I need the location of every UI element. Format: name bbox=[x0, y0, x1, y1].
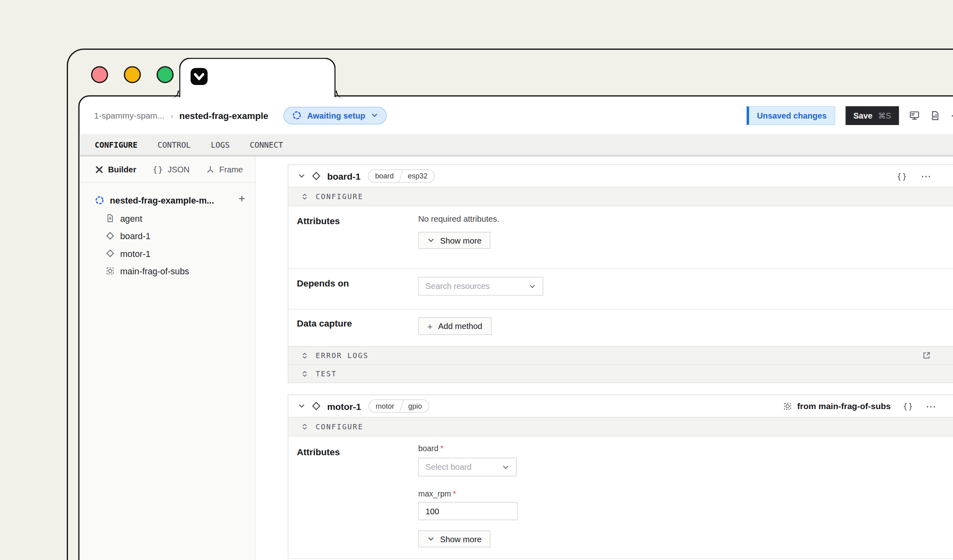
close-window-button[interactable] bbox=[91, 66, 108, 83]
builder-tools-icon bbox=[95, 165, 104, 174]
collapse-chevron-icon[interactable] bbox=[298, 172, 306, 180]
app-panel: 1-spammy-spam... › nested-frag-example A… bbox=[79, 95, 953, 560]
app-header: 1-spammy-spam... › nested-frag-example A… bbox=[80, 97, 953, 134]
show-more-button[interactable]: Show more bbox=[418, 232, 491, 249]
show-more-button[interactable]: Show more bbox=[418, 530, 491, 547]
mode-builder-label: Builder bbox=[108, 165, 136, 174]
type-tag: motor bbox=[369, 402, 401, 410]
test-section-bar[interactable]: TEST bbox=[289, 364, 953, 382]
frame-axes-icon bbox=[206, 165, 215, 174]
tree-root-machine[interactable]: nested-frag-example-m... + bbox=[80, 191, 255, 210]
test-label: TEST bbox=[316, 369, 337, 378]
attributes-row: Attributes No required attributes. Show … bbox=[289, 206, 953, 268]
search-resources-placeholder: Search resources bbox=[426, 282, 490, 291]
model-tag: esp32 bbox=[401, 172, 434, 180]
component-type-model-tag: board esp32 bbox=[368, 170, 435, 183]
attributes-label: Attributes bbox=[289, 437, 418, 559]
unfold-icon bbox=[301, 369, 309, 378]
attributes-content: No required attributes. Show more bbox=[418, 206, 499, 268]
board-field-label: board* bbox=[418, 444, 518, 453]
more-options-button[interactable]: ⋯ bbox=[951, 109, 953, 122]
tree-item-main-frag-of-subs[interactable]: main-frag-of-subs bbox=[80, 262, 255, 280]
tree-root-name: nested-frag-example-m... bbox=[110, 195, 214, 205]
no-required-attributes-text: No required attributes. bbox=[418, 214, 499, 224]
save-shortcut: ⌘S bbox=[878, 111, 891, 120]
tab-control[interactable]: CONTROL bbox=[157, 140, 191, 149]
configure-body: Builder {} JSON Frame bbox=[80, 157, 953, 560]
viam-logo-icon bbox=[191, 68, 208, 85]
component-diamond-icon bbox=[106, 249, 115, 258]
tree-item-label: board-1 bbox=[120, 231, 151, 241]
chevron-down-icon bbox=[427, 237, 435, 244]
tab-connect[interactable]: CONNECT bbox=[250, 140, 283, 149]
tree-item-agent[interactable]: agent bbox=[80, 210, 255, 227]
machine-status-badge[interactable]: Awaiting setup bbox=[283, 106, 386, 124]
required-asterisk: * bbox=[440, 444, 444, 453]
minimize-window-button[interactable] bbox=[124, 66, 141, 83]
resource-tree: nested-frag-example-m... + agent bbox=[80, 183, 255, 280]
machine-nav-tabs: CONFIGURE CONTROL LOGS CONNECT bbox=[80, 134, 953, 157]
error-logs-section-bar[interactable]: ERROR LOGS bbox=[289, 346, 953, 364]
breadcrumb-current: nested-frag-example bbox=[179, 110, 268, 121]
machine-monitor-icon[interactable] bbox=[909, 110, 920, 121]
open-external-icon[interactable] bbox=[922, 351, 932, 360]
maximize-window-button[interactable] bbox=[157, 66, 174, 83]
max-rpm-input[interactable] bbox=[418, 502, 518, 520]
awaiting-spinner-icon bbox=[292, 110, 301, 120]
configure-section-bar[interactable]: CONFIGURE bbox=[289, 187, 953, 206]
show-more-label: Show more bbox=[440, 535, 482, 544]
report-file-icon[interactable] bbox=[930, 110, 940, 121]
attributes-content: board* Select board max_rpm* bbox=[418, 437, 518, 559]
tree-item-label: motor-1 bbox=[120, 248, 151, 258]
select-board-dropdown[interactable]: Select board bbox=[418, 458, 517, 477]
collapse-chevron-icon[interactable] bbox=[298, 403, 306, 410]
save-button[interactable]: Save ⌘S bbox=[845, 106, 899, 125]
add-method-button[interactable]: + Add method bbox=[418, 318, 492, 335]
mode-builder[interactable]: Builder bbox=[95, 165, 136, 174]
motor-1-header: motor-1 motor gpio from main-frag-of-sub… bbox=[289, 395, 953, 417]
mode-frame-label: Frame bbox=[219, 165, 243, 174]
sidebar-mode-tabs: Builder {} JSON Frame bbox=[80, 157, 255, 183]
status-badge-label: Awaiting setup bbox=[307, 111, 365, 120]
browser-tab[interactable] bbox=[179, 58, 336, 98]
json-braces-icon: {} bbox=[153, 165, 163, 174]
json-braces-icon[interactable]: {} bbox=[897, 172, 907, 181]
tab-configure[interactable]: CONFIGURE bbox=[95, 140, 138, 149]
window-traffic-lights bbox=[91, 66, 174, 83]
fragment-icon bbox=[106, 267, 115, 276]
more-options-button[interactable]: ⋯ bbox=[926, 400, 938, 413]
board-1-header: board-1 board esp32 {} ⋯ bbox=[289, 165, 953, 187]
search-resources-select[interactable]: Search resources bbox=[418, 277, 543, 296]
data-capture-row: Data capture + Add method bbox=[289, 310, 953, 346]
tree-item-board-1[interactable]: board-1 bbox=[80, 227, 255, 245]
sidebar: Builder {} JSON Frame bbox=[80, 157, 256, 560]
add-method-label: Add method bbox=[438, 322, 482, 331]
component-diamond-icon bbox=[106, 231, 115, 241]
mode-json[interactable]: {} JSON bbox=[153, 165, 189, 174]
save-label: Save bbox=[853, 111, 872, 120]
screenshot-stage: 1-spammy-spam... › nested-frag-example A… bbox=[0, 0, 953, 560]
show-more-label: Show more bbox=[440, 236, 482, 245]
row-divider bbox=[289, 558, 953, 559]
type-tag: board bbox=[369, 172, 401, 180]
unfold-icon bbox=[301, 422, 309, 431]
configure-section-bar[interactable]: CONFIGURE bbox=[289, 417, 953, 437]
tree-item-motor-1[interactable]: motor-1 bbox=[80, 245, 255, 263]
mode-json-label: JSON bbox=[168, 165, 189, 174]
component-diamond-icon bbox=[312, 401, 321, 411]
json-braces-icon[interactable]: {} bbox=[903, 401, 913, 411]
add-resource-button[interactable]: + bbox=[238, 192, 245, 205]
component-name: motor-1 bbox=[327, 401, 361, 412]
fragment-icon bbox=[783, 401, 793, 411]
mode-frame[interactable]: Frame bbox=[206, 165, 243, 174]
tab-logs[interactable]: LOGS bbox=[211, 140, 230, 149]
depends-on-content: Search resources bbox=[418, 269, 543, 309]
data-capture-label: Data capture bbox=[289, 310, 418, 346]
unsaved-changes-button[interactable]: Unsaved changes bbox=[747, 106, 835, 125]
breadcrumb-parent[interactable]: 1-spammy-spam... bbox=[94, 110, 165, 120]
component-diamond-icon bbox=[312, 171, 321, 181]
fragment-source-label: from main-frag-of-subs bbox=[783, 401, 891, 411]
attributes-row: Attributes board* Select board bbox=[289, 437, 953, 559]
board-1-header-actions: {} ⋯ bbox=[897, 170, 932, 182]
more-options-button[interactable]: ⋯ bbox=[921, 170, 933, 182]
